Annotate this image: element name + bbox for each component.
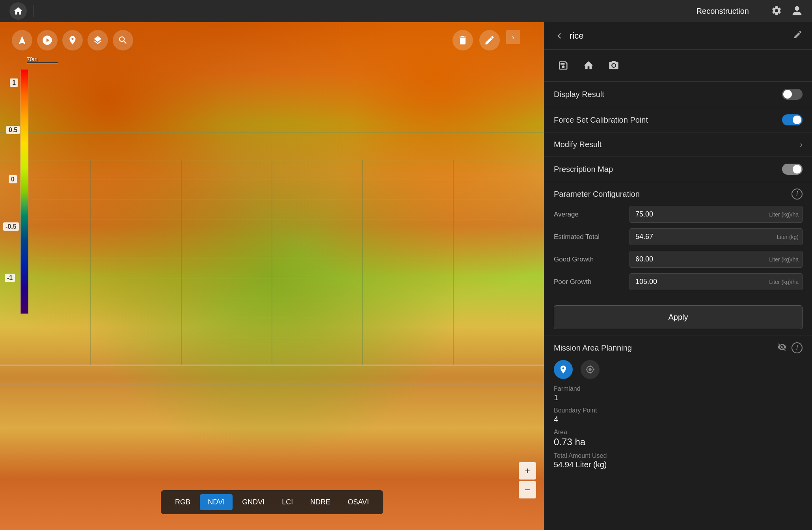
layer-ndvi[interactable]: NDVI (200, 494, 233, 510)
farmland-label: Farmland (554, 385, 803, 392)
boundary-value: 4 (554, 415, 803, 424)
boundary-label: Boundary Point (554, 407, 803, 414)
layer-selector: RGB NDVI GNDVI LCI NDRE OSAVI (161, 490, 383, 514)
farmland-value: 1 (554, 393, 803, 402)
user-button[interactable] (792, 5, 803, 17)
prescription-map-row: Prescription Map (544, 157, 812, 182)
display-result-label: Display Result (554, 90, 777, 99)
layer-osavi[interactable]: OSAVI (340, 494, 377, 510)
good-growth-label: Good Growth (554, 256, 625, 263)
boundary-point-stat: Boundary Point 4 (554, 407, 803, 424)
scale-bar: 70m (27, 56, 58, 64)
location-button[interactable] (62, 30, 83, 50)
panel-header: rice (544, 22, 812, 50)
compass-button[interactable] (37, 30, 58, 50)
layers-icon (93, 35, 103, 45)
good-growth-input[interactable] (629, 251, 803, 268)
param-estimated-row: Estimated Total Liter (kg) (554, 228, 803, 245)
layer-lci[interactable]: LCI (274, 494, 301, 510)
total-amount-value: 54.94 Liter (kg) (554, 460, 803, 469)
project-name: rice (570, 31, 788, 41)
force-calibration-row: Force Set Calibration Point (544, 107, 812, 133)
back-button[interactable] (554, 30, 565, 41)
navigate-button[interactable] (12, 30, 32, 50)
zoom-controls: + − (519, 462, 536, 498)
total-amount-stat: Total Amount Used 54.94 Liter (kg) (554, 452, 803, 469)
edit-button[interactable] (793, 30, 803, 41)
house-icon (583, 60, 594, 71)
delete-button[interactable] (453, 30, 473, 50)
mission-info-button[interactable]: i (792, 342, 803, 353)
estimated-label: Estimated Total (554, 233, 625, 241)
display-result-row: Display Result (544, 82, 812, 107)
pin-icon (559, 365, 568, 374)
area-stat: Area 0.73 ha (554, 429, 803, 448)
layer-gndvi[interactable]: GNDVI (234, 494, 272, 510)
layer-rgb[interactable]: RGB (167, 494, 198, 510)
map-background (0, 22, 544, 530)
scale-label-0: 0 (9, 176, 17, 183)
target-waypoint-button[interactable] (581, 360, 600, 379)
panel-actions (544, 50, 812, 82)
param-poor-growth-row: Poor Growth Liter (kg)/ha (554, 273, 803, 290)
map-toolbar (12, 30, 133, 50)
total-amount-label: Total Amount Used (554, 452, 803, 459)
display-result-toggle[interactable] (782, 89, 803, 100)
map-container[interactable]: 70m 1 0.5 0 -0.5 -1 › + − RGB NDVI (0, 22, 544, 530)
chevron-right-icon: › (800, 140, 803, 149)
param-section-title: Parameter Configuration (554, 190, 792, 199)
zoom-out-button[interactable]: − (519, 481, 536, 498)
scale-label-1: 1 (10, 79, 18, 86)
area-label: Area (554, 429, 803, 436)
draw-button[interactable] (479, 30, 500, 50)
scale-bar-line (27, 62, 58, 64)
modify-result-label: Modify Result (554, 140, 795, 149)
trash-icon (457, 35, 468, 46)
average-input[interactable] (629, 206, 803, 223)
navigation-icon (17, 35, 27, 45)
mission-title: Mission Area Planning (554, 343, 777, 353)
param-info-button[interactable]: i (792, 188, 803, 200)
apply-button[interactable]: Apply (554, 305, 803, 329)
poor-growth-input[interactable] (629, 273, 803, 290)
zoom-in-button[interactable]: + (519, 462, 536, 480)
param-average-row: Average Liter (kg)/ha (554, 206, 803, 223)
search-button[interactable] (113, 30, 133, 50)
force-calibration-toggle[interactable] (782, 114, 803, 125)
expand-map-button[interactable]: › (506, 30, 520, 44)
scale-bar-text: 70m (27, 56, 37, 62)
poor-growth-label: Poor Growth (554, 278, 625, 286)
gear-icon (771, 5, 782, 16)
mission-hide-button[interactable] (777, 342, 787, 354)
location-icon (67, 35, 78, 45)
floppy-disk-icon (558, 60, 569, 71)
average-label: Average (554, 211, 625, 218)
top-bar-icons (771, 5, 803, 17)
page-title: Reconstruction (697, 7, 749, 16)
right-panel: rice Display Result Force Set Calibratio… (544, 22, 812, 530)
farmland-stat: Farmland 1 (554, 385, 803, 402)
search-icon (118, 35, 128, 45)
save-action-button[interactable] (554, 56, 573, 75)
prescription-map-toggle[interactable] (782, 164, 803, 175)
camera-icon (608, 60, 619, 71)
pencil-icon (793, 30, 803, 39)
modify-result-row[interactable]: Modify Result › (544, 133, 812, 157)
color-scale-bar (20, 69, 28, 314)
average-input-wrap: Liter (kg)/ha (629, 206, 803, 223)
map-controls-tr: › (453, 30, 520, 50)
param-section-header: Parameter Configuration i (554, 188, 803, 200)
mission-controls (554, 360, 803, 379)
settings-button[interactable] (771, 5, 782, 17)
param-good-growth-row: Good Growth Liter (kg)/ha (554, 251, 803, 268)
estimated-input[interactable] (629, 228, 803, 245)
layer-ndre[interactable]: NDRE (302, 494, 338, 510)
home-button[interactable] (9, 2, 27, 20)
home-action-button[interactable] (579, 56, 598, 75)
force-calibration-label: Force Set Calibration Point (554, 116, 777, 125)
waypoint-button[interactable] (554, 360, 573, 379)
area-value: 0.73 ha (554, 437, 803, 448)
layers-button[interactable] (88, 30, 108, 50)
parameter-config-section: Parameter Configuration i Average Liter … (544, 182, 812, 302)
camera-action-button[interactable] (604, 56, 623, 75)
